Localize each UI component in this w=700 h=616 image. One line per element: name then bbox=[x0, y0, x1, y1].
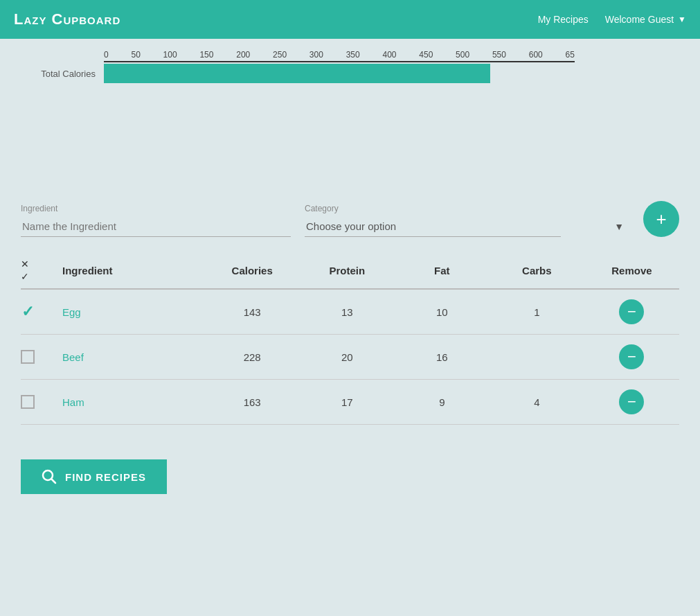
category-form-group: Category Choose your option Meat Dairy V… bbox=[305, 204, 629, 237]
column-header-carbs: Carbs bbox=[490, 265, 584, 276]
category-select-wrapper: Choose your option Meat Dairy Vegetable … bbox=[305, 216, 629, 237]
carbs-egg: 1 bbox=[490, 306, 584, 318]
ingredients-table-area: ✕✓ Ingredient Calories Protein Fat Carbs… bbox=[0, 244, 700, 439]
find-recipes-area: Find Recipes bbox=[0, 439, 700, 515]
chart-row-label: Total Calories bbox=[21, 69, 104, 79]
fat-beef: 16 bbox=[395, 351, 490, 363]
row-check-ham[interactable] bbox=[21, 395, 62, 409]
add-ingredient-button[interactable]: + bbox=[643, 201, 679, 237]
chevron-down-icon: ▼ bbox=[678, 15, 686, 24]
table-row: ✓ Egg 143 13 10 1 − bbox=[21, 290, 679, 335]
chart-scale-labels: 0 50 100 150 200 250 300 350 400 450 500… bbox=[104, 50, 575, 60]
find-recipes-button[interactable]: Find Recipes bbox=[21, 459, 167, 494]
chart-row-total-calories: Total Calories bbox=[21, 64, 679, 83]
row-check-egg[interactable]: ✓ bbox=[21, 305, 62, 319]
remove-beef-button[interactable]: − bbox=[619, 344, 644, 369]
remove-egg: − bbox=[584, 299, 679, 324]
fat-egg: 10 bbox=[395, 306, 490, 318]
app-header: Lazy Cupboard My Recipes Welcome Guest ▼ bbox=[0, 0, 700, 39]
ingredients-table: ✕✓ Ingredient Calories Protein Fat Carbs… bbox=[21, 258, 679, 425]
app-logo: Lazy Cupboard bbox=[14, 10, 120, 28]
ingredient-name-egg[interactable]: Egg bbox=[62, 306, 205, 318]
remove-beef: − bbox=[584, 344, 679, 369]
chart-bar-container bbox=[104, 64, 575, 83]
checkbox-icon bbox=[21, 350, 35, 364]
calories-egg: 143 bbox=[205, 306, 300, 318]
ingredient-form-group: Ingredient bbox=[21, 204, 291, 237]
calories-beef: 228 bbox=[205, 351, 300, 363]
chevron-down-icon: ▼ bbox=[614, 221, 624, 232]
form-area: Ingredient Category Choose your option M… bbox=[0, 173, 700, 244]
category-select[interactable]: Choose your option Meat Dairy Vegetable … bbox=[305, 216, 561, 237]
calories-ham: 163 bbox=[205, 396, 300, 408]
checkmark-icon: ✓ bbox=[21, 305, 35, 319]
table-row: Beef 228 20 16 − bbox=[21, 335, 679, 380]
spacer bbox=[0, 90, 700, 173]
column-header-calories: Calories bbox=[205, 265, 300, 276]
table-header-row: ✕✓ Ingredient Calories Protein Fat Carbs… bbox=[21, 258, 679, 290]
column-header-fat: Fat bbox=[395, 265, 490, 276]
find-recipes-label: Find Recipes bbox=[65, 471, 146, 483]
nav-my-recipes[interactable]: My Recipes bbox=[538, 14, 589, 25]
header-nav: My Recipes Welcome Guest ▼ bbox=[538, 14, 686, 25]
carbs-ham: 4 bbox=[490, 396, 584, 408]
svg-line-1 bbox=[52, 479, 56, 484]
protein-beef: 20 bbox=[300, 351, 395, 363]
category-label: Category bbox=[305, 204, 629, 213]
minus-icon: − bbox=[627, 304, 636, 319]
protein-egg: 13 bbox=[300, 306, 395, 318]
row-check-beef[interactable] bbox=[21, 350, 62, 364]
nav-welcome-dropdown[interactable]: Welcome Guest ▼ bbox=[605, 14, 686, 25]
chart-bar bbox=[104, 64, 490, 83]
checkbox-icon bbox=[21, 395, 35, 409]
ingredient-input[interactable] bbox=[21, 216, 291, 237]
chart-area: 0 50 100 150 200 250 300 350 400 450 500… bbox=[0, 39, 700, 90]
ingredient-name-beef[interactable]: Beef bbox=[62, 351, 205, 363]
remove-ham-button[interactable]: − bbox=[619, 389, 644, 414]
nav-welcome-text: Welcome Guest bbox=[605, 14, 674, 25]
search-icon bbox=[42, 469, 57, 484]
ingredient-label: Ingredient bbox=[21, 204, 291, 213]
ingredient-name-ham[interactable]: Ham bbox=[62, 396, 205, 408]
column-header-ingredient: Ingredient bbox=[62, 265, 205, 276]
fat-ham: 9 bbox=[395, 396, 490, 408]
remove-ham: − bbox=[584, 389, 679, 414]
protein-ham: 17 bbox=[300, 396, 395, 408]
column-header-protein: Protein bbox=[300, 265, 395, 276]
remove-egg-button[interactable]: − bbox=[619, 299, 644, 324]
minus-icon: − bbox=[627, 394, 636, 410]
minus-icon: − bbox=[627, 349, 636, 364]
column-header-remove: Remove bbox=[584, 265, 679, 276]
expand-icon[interactable]: ✕✓ bbox=[21, 258, 62, 283]
chart-axis bbox=[104, 61, 575, 62]
table-row: Ham 163 17 9 4 − bbox=[21, 380, 679, 425]
